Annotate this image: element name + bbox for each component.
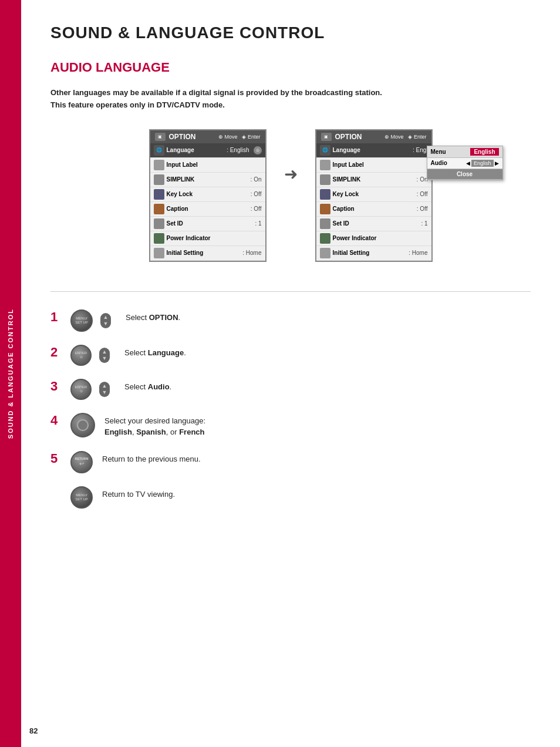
simplink-icon-right	[320, 174, 330, 185]
menu-row-caption-right: Caption : Off	[316, 202, 431, 217]
enter-button-step2: ENTER⊙	[70, 345, 92, 366]
powerind-icon-right	[320, 233, 330, 244]
enter-button-step3: ENTER⊙	[70, 379, 92, 400]
language-icon-left: 🌐	[154, 145, 164, 156]
popup-menu-value: English	[470, 148, 498, 156]
menu-row-setid-right: Set ID : 1	[316, 217, 431, 231]
popup-close-row: Close	[427, 169, 502, 180]
step-3-text: Select Audio.	[124, 379, 171, 393]
option-menu-right: ▣ OPTION ⊕ Move ◈ Enter 🌐 Language :	[315, 129, 433, 262]
step-2-text: Select Language.	[124, 345, 186, 359]
select-button-step4	[70, 413, 95, 438]
popup-audio-right-arrow: ▶	[495, 160, 499, 166]
step-6-number	[50, 487, 61, 500]
nav-cluster-step3: ▲ ▼	[94, 382, 115, 397]
menu-row-keylock-left: Key Lock : Off	[150, 187, 265, 202]
enter-label-left: ◈ Enter	[242, 134, 260, 140]
keylock-icon-left	[154, 189, 164, 200]
popup-audio-value: English	[471, 160, 494, 167]
menu-row-simplink-left: SIMPLINK : On	[150, 173, 265, 187]
step-6-icons: MENU/SET UP	[70, 486, 93, 509]
language-icon-right: 🌐	[320, 145, 330, 156]
initialsetting-icon-left	[154, 248, 164, 258]
caption-icon-left	[154, 204, 164, 214]
menu-row-powerind-left: Power Indicator	[150, 231, 265, 246]
step-2-number: 2	[50, 346, 61, 359]
option-menu-right-wrapper: ▣ OPTION ⊕ Move ◈ Enter 🌐 Language :	[315, 129, 433, 262]
popup-audio-label: Audio	[431, 160, 447, 166]
nav-cluster-step2: ▲ ▼	[94, 348, 115, 363]
menu-button-step1: MENU/SET UP	[70, 309, 93, 332]
body-text-line1: Other languages may be available if a di…	[50, 87, 531, 99]
option-menu-left-header: ▣ OPTION ⊕ Move ◈ Enter	[150, 130, 265, 143]
step-4-number: 4	[50, 414, 61, 427]
setid-icon-right	[320, 218, 330, 229]
menu-row-simplink-right: SIMPLINK : On	[316, 173, 431, 187]
step-1: 1 MENU/SET UP ▲ ▼ Select OPTION.	[50, 309, 531, 332]
step-1-number: 1	[50, 311, 61, 324]
simplink-icon-left	[154, 174, 164, 185]
step-3: 3 ENTER⊙ ▲ ▼ Select Audio.	[50, 379, 531, 400]
setid-icon-left	[154, 218, 164, 229]
screenshots-area: ▣ OPTION ⊕ Move ◈ Enter 🌐 Language : Eng…	[50, 129, 531, 262]
menu-row-inputlabel-right: Input Label	[316, 158, 431, 173]
sidebar: SOUND & LANGUAGE CONTROL	[0, 0, 21, 747]
menu-button-step6: MENU/SET UP	[70, 486, 93, 509]
menu-row-powerind-right: Power Indicator	[316, 231, 431, 246]
inputlabel-icon-right	[320, 160, 330, 170]
menu-row-keylock-right: Key Lock : Off	[316, 187, 431, 202]
language-popup: Menu English Audio ◀ English ▶ Close	[427, 146, 503, 180]
step-3-number: 3	[50, 380, 61, 393]
section-divider	[50, 291, 531, 292]
menu-row-setid-left: Set ID : 1	[150, 217, 265, 231]
return-button-step5: RETURN ↩	[70, 451, 93, 473]
step-1-text: Select OPTION.	[126, 309, 180, 324]
popup-audio-left-arrow: ◀	[466, 160, 470, 166]
main-content: SOUND & LANGUAGE CONTROL AUDIO LANGUAGE …	[21, 0, 560, 532]
menu-row-language-right: 🌐 Language : Engl	[316, 143, 431, 158]
step-6: MENU/SET UP Return to TV viewing.	[50, 486, 531, 509]
nav-cluster-step1: ▲ ▼	[95, 313, 116, 328]
step-5-icons: RETURN ↩	[70, 451, 93, 473]
page-number: 82	[29, 726, 38, 735]
page-title: SOUND & LANGUAGE CONTROL	[50, 23, 531, 42]
popup-close-label: Close	[457, 171, 473, 177]
step-5-text: Return to the previous menu.	[102, 451, 201, 465]
popup-menu-label: Menu	[431, 149, 446, 155]
step-2-icons: ENTER⊙ ▲ ▼	[70, 345, 115, 366]
step-2: 2 ENTER⊙ ▲ ▼ Select Language.	[50, 345, 531, 366]
move-label-left: ⊕ Move	[218, 134, 238, 140]
step-4-icons	[70, 413, 95, 438]
menu-row-initialsetting-right: Initial Setting : Home	[316, 246, 431, 261]
body-text-line2: This feature operates only in DTV/CADTV …	[50, 99, 531, 112]
steps-section: 1 MENU/SET UP ▲ ▼ Select OPTION. 2	[50, 309, 531, 509]
step-6-text: Return to TV viewing.	[102, 486, 175, 500]
enter-label-right: ◈ Enter	[408, 134, 426, 140]
arrow-container: ➜	[284, 129, 298, 184]
step-5-number: 5	[50, 452, 61, 465]
step-4-text: Select your desired language: English, S…	[104, 413, 205, 438]
option-menu-left: ▣ OPTION ⊕ Move ◈ Enter 🌐 Language : Eng…	[149, 129, 266, 262]
option-menu-right-title: OPTION	[335, 133, 362, 141]
move-label-right: ⊕ Move	[384, 134, 404, 140]
menu-row-inputlabel-left: Input Label	[150, 158, 265, 173]
menu-row-initialsetting-left: Initial Setting : Home	[150, 246, 265, 261]
body-text: Other languages may be available if a di…	[50, 87, 531, 112]
powerind-icon-left	[154, 233, 164, 244]
sidebar-label: SOUND & LANGUAGE CONTROL	[7, 308, 14, 439]
inputlabel-icon-left	[154, 160, 164, 170]
popup-audio-row: Audio ◀ English ▶	[427, 158, 502, 169]
forward-arrow: ➜	[284, 164, 298, 184]
step-1-icons: MENU/SET UP ▲ ▼	[70, 309, 116, 332]
caption-icon-right	[320, 204, 330, 214]
keylock-icon-right	[320, 189, 330, 200]
initialsetting-icon-right	[320, 248, 330, 258]
menu-row-language-left: 🌐 Language : English ◎	[150, 143, 265, 158]
menu-row-caption-left: Caption : Off	[150, 202, 265, 217]
option-menu-left-title: OPTION	[169, 133, 196, 141]
step-3-icons: ENTER⊙ ▲ ▼	[70, 379, 115, 400]
popup-menu-row: Menu English	[427, 146, 502, 158]
option-menu-right-header: ▣ OPTION ⊕ Move ◈ Enter	[316, 130, 431, 143]
step-4: 4 Select your desired language: English,…	[50, 413, 531, 438]
section-title: AUDIO LANGUAGE	[50, 60, 531, 75]
